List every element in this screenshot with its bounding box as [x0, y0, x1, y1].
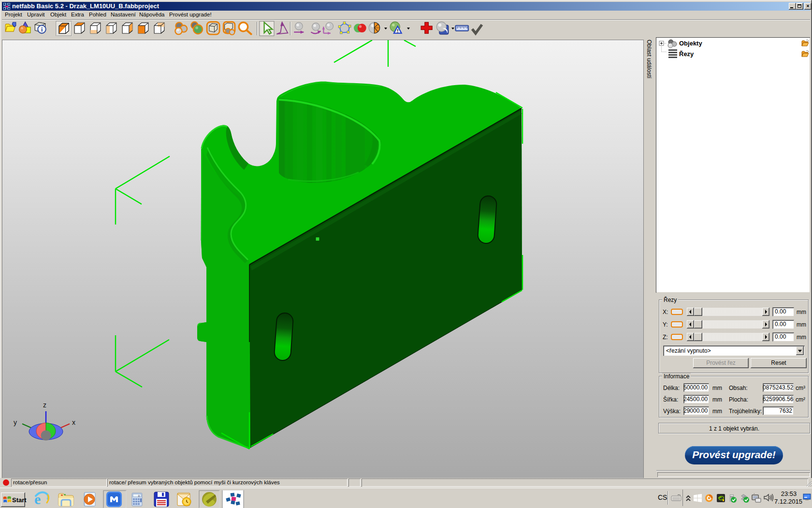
svg-text:z: z	[43, 401, 46, 409]
svg-text:!: !	[397, 28, 399, 34]
svg-text:Řezy: Řezy	[679, 50, 694, 58]
svg-text:x: x	[72, 418, 75, 426]
svg-text:Objekty: Objekty	[679, 40, 702, 47]
svg-text:y: y	[14, 418, 17, 426]
